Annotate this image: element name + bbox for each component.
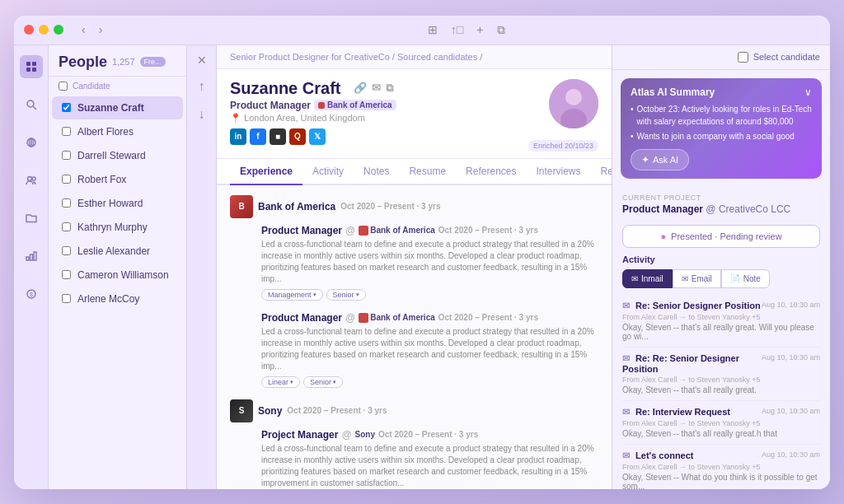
exp-title-row: Product Manager @ Bank of America Oct 20… [261,225,598,236]
mail-icon: ✉ [622,353,630,363]
github-icon[interactable]: ■ [270,128,286,145]
activity-tab-note[interactable]: 📄 Note [721,269,770,288]
candidate-checkbox[interactable] [62,127,71,136]
mail-icon: ✉ [622,450,630,460]
act-subject: ✉ Let's connect [622,450,694,461]
act-preview: Okay, Steven -- What do you think is it … [622,473,820,489]
profile-name: Suzanne Craft 🔗 ✉ ⧉ [230,79,518,98]
people-item[interactable]: Suzanne Craft [52,96,183,119]
mail-icon: ✉ [622,407,630,417]
sort-close-button[interactable]: ✕ [194,52,210,68]
candidate-checkbox[interactable] [62,103,71,112]
candidate-checkbox[interactable] [62,198,71,208]
svg-text:$: $ [30,292,33,297]
activity-tab-inmail[interactable]: ✉ Inmail [622,269,673,288]
profile-tabs: Experience Activity Notes Resume Referen… [217,159,612,185]
sidebar-item-people[interactable] [20,55,43,78]
enriched-badge: Enriched 20/10/23 [528,140,598,152]
candidate-checkbox[interactable] [62,246,71,255]
sidebar-item-globe[interactable] [20,131,43,154]
select-candidate-checkbox[interactable] [738,52,748,63]
sidebar-item-folder[interactable] [20,207,43,230]
tab-references[interactable]: References [456,159,526,185]
people-item[interactable]: Cameron Williamson [52,264,183,287]
act-preview: Okay, Steven -- that's all really great.… [622,323,820,341]
activity-section: Activity ✉ Inmail ✉ Email 📄 Note [612,254,830,295]
mail-icon: ✉ [622,301,630,310]
activity-item[interactable]: ✉ Let's connect Aug 10, 10:30 am From Al… [622,445,820,489]
candidate-checkbox[interactable] [62,151,71,160]
ask-ai-label: Ask AI [653,155,678,165]
candidate-name: Esther Howard [77,198,143,209]
share-icon[interactable]: ↑□ [451,23,463,37]
presented-label: Presented · Pending review [671,231,782,241]
nav-controls: ‹ › [78,21,106,38]
tab-experience[interactable]: Experience [230,159,302,185]
exp-description: Led a cross-functional team to define an… [261,326,598,372]
sort-down-button[interactable]: ↓ [192,105,212,124]
quora-icon[interactable]: Q [289,128,306,145]
candidate-checkbox[interactable] [62,175,71,184]
atlas-bullets: October 23: Actively looking for roles i… [631,103,812,142]
sort-up-button[interactable]: ↑ [192,77,212,96]
candidate-name: Darrell Steward [77,150,146,161]
people-item[interactable]: Darrell Steward [52,144,183,167]
people-panel: People 1,257 Fre... Candidate Suzanne Cr… [49,45,187,489]
people-item[interactable]: Esther Howard [52,192,183,215]
activity-tab-email[interactable]: ✉ Email [673,269,721,288]
people-list: Candidate Suzanne Craft Albert Flores Da… [49,77,186,489]
sidebar-item-dollar[interactable]: $ [20,282,43,306]
activity-item[interactable]: ✉ Re: Interview Request Aug 10, 10:30 am… [622,401,820,445]
atlas-summary: Atlas AI Summary ∨ October 23: Actively … [621,78,822,179]
exp-tag[interactable]: Senior ▾ [303,376,343,388]
people-item[interactable]: Arlene McCoy [52,287,183,310]
mail-icon[interactable]: ✉ [372,82,381,95]
exp-tag[interactable]: Senior ▾ [326,289,366,301]
sidebar-item-users[interactable] [20,169,43,192]
linkedin-icon[interactable]: in [230,128,246,145]
act-header: ✉ Let's connect Aug 10, 10:30 am [622,450,820,461]
people-item[interactable]: Leslie Alexander [52,240,183,263]
tab-interviews[interactable]: Interviews [526,159,590,185]
add-icon[interactable]: + [476,23,483,37]
sidebar-item-chart[interactable] [20,245,43,268]
grid-icon[interactable]: ⊞ [428,23,438,37]
exp-tag[interactable]: Management ▾ [261,289,323,301]
tab-notes[interactable]: Notes [354,159,399,185]
facebook-icon[interactable]: f [250,128,266,145]
people-item[interactable]: Kathryn Murphy [52,216,183,239]
activity-item[interactable]: ✉ Re: Senior Designer Position Aug 10, 1… [622,295,820,348]
presented-badge[interactable]: ● Presented · Pending review [622,225,820,248]
select-all-checkbox[interactable] [59,82,68,91]
candidate-name: Leslie Alexander [77,245,150,257]
sidebar-item-search[interactable] [20,93,43,116]
twitter-icon[interactable]: 𝕏 [309,128,326,145]
candidate-checkbox[interactable] [62,270,71,279]
close-button[interactable] [24,25,34,35]
candidate-checkbox[interactable] [62,222,71,231]
candidate-checkbox[interactable] [62,294,71,303]
act-from: From Alex Carell → to Steven Yanosky +5 [622,313,820,321]
exp-tag[interactable]: Linear ▾ [261,376,300,388]
profile-body: B Bank of America Oct 2020 – Present · 3… [217,185,612,489]
tab-reports[interactable]: Reports [591,159,612,185]
ask-ai-button[interactable]: ✦ Ask AI [631,149,689,170]
copy-icon[interactable]: ⧉ [497,23,505,37]
act-date: Aug 10, 10:30 am [762,450,820,459]
copy-icon[interactable]: ⧉ [386,82,393,95]
maximize-button[interactable] [54,25,63,35]
activity-item[interactable]: ✉ Re: Re: Senior Designer Position Aug 1… [622,348,820,401]
exp-spacer [230,429,253,489]
forward-button[interactable]: › [96,21,106,38]
company-section-header: S Sony Oct 2020 – Present · 3 yrs [230,399,598,422]
tab-resume[interactable]: Resume [399,159,456,185]
people-item[interactable]: Robert Fox [52,168,183,191]
people-item[interactable]: Albert Flores [52,120,183,143]
minimize-button[interactable] [39,25,49,35]
exp-tags: Linear ▾ Senior ▾ [261,376,598,388]
link-icon[interactable]: 🔗 [354,82,367,95]
atlas-collapse-button[interactable]: ∨ [804,86,812,98]
act-subject: ✉ Re: Interview Request [622,407,730,418]
back-button[interactable]: ‹ [78,21,89,38]
tab-activity[interactable]: Activity [302,159,354,185]
